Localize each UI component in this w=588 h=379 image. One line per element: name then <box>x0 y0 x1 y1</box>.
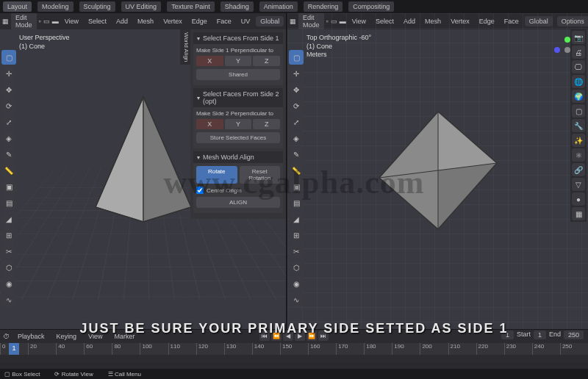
play-button[interactable]: ▶ <box>295 331 305 341</box>
prop-particle-icon[interactable]: ✨ <box>572 134 585 147</box>
mode-dropdown[interactable]: Edit Mode <box>11 13 37 30</box>
tool-transform[interactable]: ◈ <box>1 131 16 145</box>
jump-end-button[interactable]: ⏭ <box>318 331 329 341</box>
tool-spin-r[interactable]: ◉ <box>289 276 304 291</box>
tool-poly-r[interactable]: ⬡ <box>289 260 304 275</box>
side2-axis-z[interactable]: Z <box>253 119 280 129</box>
menu-uv[interactable]: UV <box>237 16 254 26</box>
tab-layout[interactable]: Layout <box>3 1 32 12</box>
next-key-button[interactable]: ⏩ <box>306 331 317 341</box>
tool-measure-r[interactable]: 📏 <box>289 163 304 178</box>
tab-rendering[interactable]: Rendering <box>304 1 343 12</box>
prop-physics-icon[interactable]: ⚛ <box>572 148 585 162</box>
tool-annotate[interactable]: ✎ <box>1 147 16 162</box>
timeline-icon[interactable]: ⏱ <box>3 333 10 340</box>
tool-poly[interactable]: ⬡ <box>1 260 16 275</box>
tool-smooth-r[interactable]: ∿ <box>289 292 304 307</box>
play-rev-button[interactable]: ◀ <box>283 331 293 341</box>
tl-playback[interactable]: Playback <box>14 331 49 342</box>
side2-axis-x[interactable]: X <box>196 119 223 129</box>
menu-edge[interactable]: Edge <box>188 16 211 26</box>
prop-material-icon[interactable]: ● <box>572 192 585 206</box>
center-origin-checkbox[interactable] <box>196 187 204 194</box>
prop-scene-icon[interactable]: 🌐 <box>572 75 585 88</box>
panel-align-header[interactable]: Mesh World Align <box>193 151 283 163</box>
tool-rotate[interactable]: ⟳ <box>1 98 16 113</box>
tool-spin[interactable]: ◉ <box>1 276 16 291</box>
prop-object-icon[interactable]: ▢ <box>572 104 585 118</box>
tool-loopcut[interactable]: ⊞ <box>1 228 16 242</box>
vertex-select-icon[interactable]: ▫ <box>39 18 41 25</box>
panel-side1-header[interactable]: Select Faces From Side 1 <box>193 32 283 44</box>
prop-texture-icon[interactable]: ▦ <box>572 207 585 220</box>
viewport-top[interactable]: ▦ Edit Mode ▫ ▭ ▬ View Select Add Mesh V… <box>287 13 588 329</box>
editor-type-icon[interactable]: ▦ <box>2 18 9 25</box>
rotate-button[interactable]: Rotate <box>196 166 237 184</box>
frame-start[interactable]: 1 <box>534 331 546 339</box>
frame-current[interactable]: 1 <box>501 331 514 339</box>
orientation-dropdown[interactable]: Global <box>256 16 284 26</box>
shared-button[interactable]: Shared <box>196 69 280 80</box>
tool-transform-r[interactable]: ◈ <box>289 131 304 145</box>
gizmo-y-r[interactable] <box>564 37 570 43</box>
prop-data-icon[interactable]: ▽ <box>572 178 585 191</box>
tool-move-r[interactable]: ✥ <box>289 82 304 97</box>
tool-move[interactable]: ✥ <box>1 82 16 97</box>
menu-face[interactable]: Face <box>213 16 235 26</box>
menu-select[interactable]: Select <box>85 16 110 26</box>
side1-axis-z[interactable]: Z <box>253 56 280 66</box>
mesh-cone-top[interactable] <box>368 101 508 242</box>
gizmo-center-r[interactable] <box>564 47 570 53</box>
tool-select-r[interactable]: ▢ <box>289 50 304 65</box>
playhead[interactable]: 1 <box>9 343 19 355</box>
tl-marker[interactable]: Marker <box>110 331 138 342</box>
align-button[interactable]: ALIGN <box>196 197 280 208</box>
tab-modeling[interactable]: Modeling <box>37 1 74 12</box>
tl-view[interactable]: View <box>85 331 106 342</box>
prop-render-icon[interactable]: 📷 <box>572 31 585 44</box>
tab-uv[interactable]: UV Editing <box>121 1 162 12</box>
jump-start-button[interactable]: ⏮ <box>259 331 270 341</box>
mesh-cone[interactable] <box>77 90 209 238</box>
menu-vertex[interactable]: Vertex <box>159 16 186 26</box>
prop-world-icon[interactable]: 🌍 <box>572 90 585 103</box>
menu-add[interactable]: Add <box>112 16 132 26</box>
face-select-icon[interactable]: ▬ <box>52 18 59 25</box>
panel-side2-header[interactable]: Select Faces From Side 2 (opt) <box>193 88 283 107</box>
prop-modifier-icon[interactable]: 🔧 <box>572 119 585 132</box>
tool-cursor-r[interactable]: ✛ <box>289 66 304 81</box>
frame-end[interactable]: 250 <box>564 331 584 339</box>
tool-knife-r[interactable]: ✂ <box>289 244 304 259</box>
tool-extrude-r[interactable]: ▣ <box>289 179 304 194</box>
edge-select-icon[interactable]: ▭ <box>43 18 50 25</box>
tool-bevel-r[interactable]: ◢ <box>289 212 304 226</box>
tool-loopcut-r[interactable]: ⊞ <box>289 228 304 242</box>
prev-key-button[interactable]: ⏪ <box>271 331 282 341</box>
prop-output-icon[interactable]: 🖨 <box>572 46 585 59</box>
store-faces-button[interactable]: Store Selected Faces <box>196 132 280 143</box>
tool-cursor[interactable]: ✛ <box>1 66 16 81</box>
side2-axis-y[interactable]: Y <box>225 119 252 129</box>
tool-inset-r[interactable]: ▤ <box>289 195 304 210</box>
prop-constraint-icon[interactable]: 🔗 <box>572 163 585 176</box>
prop-view-icon[interactable]: 🖵 <box>572 60 585 73</box>
tool-smooth[interactable]: ∿ <box>1 292 16 307</box>
tab-sculpting[interactable]: Sculpting <box>79 1 115 12</box>
menu-mesh[interactable]: Mesh <box>134 16 157 26</box>
reset-rotation-button[interactable]: Reset Rotation <box>240 166 281 184</box>
tl-keying[interactable]: Keying <box>53 331 81 342</box>
tool-knife[interactable]: ✂ <box>1 244 16 259</box>
viewport-perspective[interactable]: ▦ Edit Mode ▫ ▭ ▬ View Select Add Mesh V… <box>0 13 287 329</box>
tool-scale[interactable]: ⤢ <box>1 115 16 129</box>
menu-view[interactable]: View <box>61 16 82 26</box>
tool-annotate-r[interactable]: ✎ <box>289 147 304 162</box>
center-origin-check[interactable]: Center Origin <box>196 187 280 194</box>
tab-shading[interactable]: Shading <box>220 1 254 12</box>
tab-compositing[interactable]: Compositing <box>348 1 394 12</box>
tool-select[interactable]: ▢ <box>1 50 16 65</box>
tab-texpaint[interactable]: Texture Paint <box>167 1 215 12</box>
gizmo-z-r[interactable] <box>554 47 560 53</box>
n-panel-tab[interactable]: World Align <box>180 29 190 65</box>
tool-measure[interactable]: 📏 <box>1 163 16 178</box>
tool-rotate-r[interactable]: ⟳ <box>289 98 304 113</box>
